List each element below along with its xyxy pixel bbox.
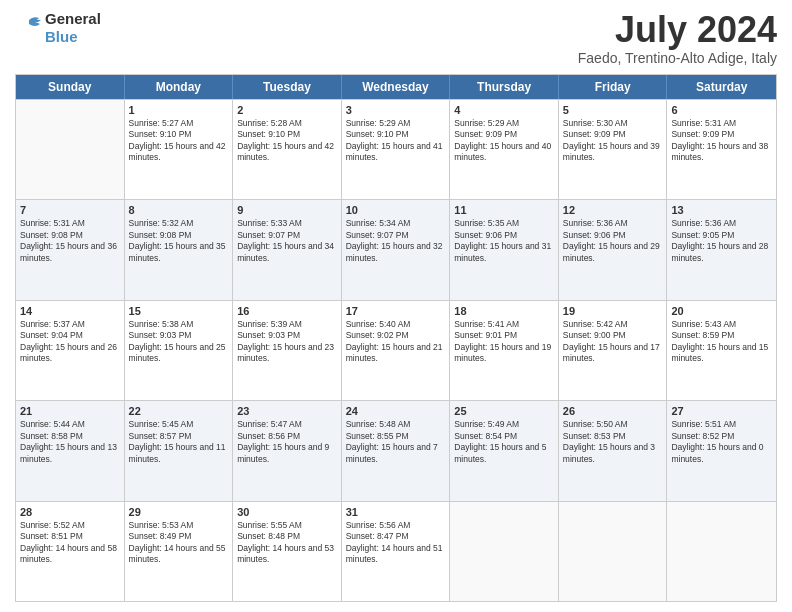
cell-25: 25Sunrise: 5:49 AM Sunset: 8:54 PM Dayli…	[450, 401, 559, 500]
header-saturday: Saturday	[667, 75, 776, 99]
cell-24: 24Sunrise: 5:48 AM Sunset: 8:55 PM Dayli…	[342, 401, 451, 500]
cell-info: Sunrise: 5:42 AM Sunset: 9:00 PM Dayligh…	[563, 319, 663, 365]
empty-cell	[667, 502, 776, 601]
week-row-5: 28Sunrise: 5:52 AM Sunset: 8:51 PM Dayli…	[16, 501, 776, 601]
cell-12: 12Sunrise: 5:36 AM Sunset: 9:06 PM Dayli…	[559, 200, 668, 299]
cell-info: Sunrise: 5:53 AM Sunset: 8:49 PM Dayligh…	[129, 520, 229, 566]
cell-info: Sunrise: 5:40 AM Sunset: 9:02 PM Dayligh…	[346, 319, 446, 365]
cell-info: Sunrise: 5:36 AM Sunset: 9:05 PM Dayligh…	[671, 218, 772, 264]
cell-day-number: 7	[20, 203, 120, 217]
cell-day-number: 25	[454, 404, 554, 418]
cell-3: 3Sunrise: 5:29 AM Sunset: 9:10 PM Daylig…	[342, 100, 451, 199]
cell-info: Sunrise: 5:31 AM Sunset: 9:08 PM Dayligh…	[20, 218, 120, 264]
cell-27: 27Sunrise: 5:51 AM Sunset: 8:52 PM Dayli…	[667, 401, 776, 500]
cell-29: 29Sunrise: 5:53 AM Sunset: 8:49 PM Dayli…	[125, 502, 234, 601]
cell-1: 1Sunrise: 5:27 AM Sunset: 9:10 PM Daylig…	[125, 100, 234, 199]
cell-info: Sunrise: 5:32 AM Sunset: 9:08 PM Dayligh…	[129, 218, 229, 264]
cell-18: 18Sunrise: 5:41 AM Sunset: 9:01 PM Dayli…	[450, 301, 559, 400]
location: Faedo, Trentino-Alto Adige, Italy	[578, 50, 777, 66]
cell-day-number: 22	[129, 404, 229, 418]
cell-day-number: 28	[20, 505, 120, 519]
cell-info: Sunrise: 5:52 AM Sunset: 8:51 PM Dayligh…	[20, 520, 120, 566]
cell-day-number: 31	[346, 505, 446, 519]
cell-26: 26Sunrise: 5:50 AM Sunset: 8:53 PM Dayli…	[559, 401, 668, 500]
page: General Blue July 2024 Faedo, Trentino-A…	[0, 0, 792, 612]
cell-20: 20Sunrise: 5:43 AM Sunset: 8:59 PM Dayli…	[667, 301, 776, 400]
header-monday: Monday	[125, 75, 234, 99]
cell-11: 11Sunrise: 5:35 AM Sunset: 9:06 PM Dayli…	[450, 200, 559, 299]
cell-info: Sunrise: 5:56 AM Sunset: 8:47 PM Dayligh…	[346, 520, 446, 566]
header-wednesday: Wednesday	[342, 75, 451, 99]
cell-day-number: 11	[454, 203, 554, 217]
title-section: July 2024 Faedo, Trentino-Alto Adige, It…	[578, 10, 777, 66]
week-row-2: 7Sunrise: 5:31 AM Sunset: 9:08 PM Daylig…	[16, 199, 776, 299]
cell-day-number: 6	[671, 103, 772, 117]
cell-info: Sunrise: 5:49 AM Sunset: 8:54 PM Dayligh…	[454, 419, 554, 465]
cell-info: Sunrise: 5:55 AM Sunset: 8:48 PM Dayligh…	[237, 520, 337, 566]
cell-day-number: 16	[237, 304, 337, 318]
cell-5: 5Sunrise: 5:30 AM Sunset: 9:09 PM Daylig…	[559, 100, 668, 199]
cell-info: Sunrise: 5:38 AM Sunset: 9:03 PM Dayligh…	[129, 319, 229, 365]
calendar: Sunday Monday Tuesday Wednesday Thursday…	[15, 74, 777, 602]
cell-info: Sunrise: 5:48 AM Sunset: 8:55 PM Dayligh…	[346, 419, 446, 465]
cell-info: Sunrise: 5:44 AM Sunset: 8:58 PM Dayligh…	[20, 419, 120, 465]
cell-info: Sunrise: 5:33 AM Sunset: 9:07 PM Dayligh…	[237, 218, 337, 264]
cell-day-number: 10	[346, 203, 446, 217]
cell-info: Sunrise: 5:39 AM Sunset: 9:03 PM Dayligh…	[237, 319, 337, 365]
cell-info: Sunrise: 5:34 AM Sunset: 9:07 PM Dayligh…	[346, 218, 446, 264]
logo-general: General	[45, 10, 101, 27]
header-tuesday: Tuesday	[233, 75, 342, 99]
cell-21: 21Sunrise: 5:44 AM Sunset: 8:58 PM Dayli…	[16, 401, 125, 500]
cell-info: Sunrise: 5:43 AM Sunset: 8:59 PM Dayligh…	[671, 319, 772, 365]
cell-17: 17Sunrise: 5:40 AM Sunset: 9:02 PM Dayli…	[342, 301, 451, 400]
empty-cell	[559, 502, 668, 601]
cell-info: Sunrise: 5:37 AM Sunset: 9:04 PM Dayligh…	[20, 319, 120, 365]
cell-day-number: 2	[237, 103, 337, 117]
cell-info: Sunrise: 5:36 AM Sunset: 9:06 PM Dayligh…	[563, 218, 663, 264]
cell-6: 6Sunrise: 5:31 AM Sunset: 9:09 PM Daylig…	[667, 100, 776, 199]
cell-day-number: 8	[129, 203, 229, 217]
cell-day-number: 17	[346, 304, 446, 318]
cell-info: Sunrise: 5:50 AM Sunset: 8:53 PM Dayligh…	[563, 419, 663, 465]
cell-day-number: 5	[563, 103, 663, 117]
cell-7: 7Sunrise: 5:31 AM Sunset: 9:08 PM Daylig…	[16, 200, 125, 299]
cell-day-number: 27	[671, 404, 772, 418]
cell-day-number: 13	[671, 203, 772, 217]
cell-9: 9Sunrise: 5:33 AM Sunset: 9:07 PM Daylig…	[233, 200, 342, 299]
cell-2: 2Sunrise: 5:28 AM Sunset: 9:10 PM Daylig…	[233, 100, 342, 199]
cell-info: Sunrise: 5:27 AM Sunset: 9:10 PM Dayligh…	[129, 118, 229, 164]
month-title: July 2024	[578, 10, 777, 50]
cell-16: 16Sunrise: 5:39 AM Sunset: 9:03 PM Dayli…	[233, 301, 342, 400]
header: General Blue July 2024 Faedo, Trentino-A…	[15, 10, 777, 66]
week-row-4: 21Sunrise: 5:44 AM Sunset: 8:58 PM Dayli…	[16, 400, 776, 500]
header-sunday: Sunday	[16, 75, 125, 99]
cell-4: 4Sunrise: 5:29 AM Sunset: 9:09 PM Daylig…	[450, 100, 559, 199]
cell-30: 30Sunrise: 5:55 AM Sunset: 8:48 PM Dayli…	[233, 502, 342, 601]
cell-info: Sunrise: 5:29 AM Sunset: 9:09 PM Dayligh…	[454, 118, 554, 164]
cell-info: Sunrise: 5:45 AM Sunset: 8:57 PM Dayligh…	[129, 419, 229, 465]
cell-19: 19Sunrise: 5:42 AM Sunset: 9:00 PM Dayli…	[559, 301, 668, 400]
cell-info: Sunrise: 5:31 AM Sunset: 9:09 PM Dayligh…	[671, 118, 772, 164]
cell-day-number: 19	[563, 304, 663, 318]
cell-day-number: 29	[129, 505, 229, 519]
empty-cell	[16, 100, 125, 199]
cell-23: 23Sunrise: 5:47 AM Sunset: 8:56 PM Dayli…	[233, 401, 342, 500]
week-row-1: 1Sunrise: 5:27 AM Sunset: 9:10 PM Daylig…	[16, 99, 776, 199]
cell-day-number: 1	[129, 103, 229, 117]
cell-day-number: 18	[454, 304, 554, 318]
cell-info: Sunrise: 5:28 AM Sunset: 9:10 PM Dayligh…	[237, 118, 337, 164]
cell-day-number: 23	[237, 404, 337, 418]
cell-22: 22Sunrise: 5:45 AM Sunset: 8:57 PM Dayli…	[125, 401, 234, 500]
cell-13: 13Sunrise: 5:36 AM Sunset: 9:05 PM Dayli…	[667, 200, 776, 299]
cell-day-number: 9	[237, 203, 337, 217]
logo: General Blue	[15, 10, 101, 46]
cell-day-number: 21	[20, 404, 120, 418]
cell-info: Sunrise: 5:29 AM Sunset: 9:10 PM Dayligh…	[346, 118, 446, 164]
cell-day-number: 14	[20, 304, 120, 318]
cell-day-number: 30	[237, 505, 337, 519]
empty-cell	[450, 502, 559, 601]
cell-info: Sunrise: 5:41 AM Sunset: 9:01 PM Dayligh…	[454, 319, 554, 365]
cell-info: Sunrise: 5:47 AM Sunset: 8:56 PM Dayligh…	[237, 419, 337, 465]
cell-day-number: 20	[671, 304, 772, 318]
cell-31: 31Sunrise: 5:56 AM Sunset: 8:47 PM Dayli…	[342, 502, 451, 601]
